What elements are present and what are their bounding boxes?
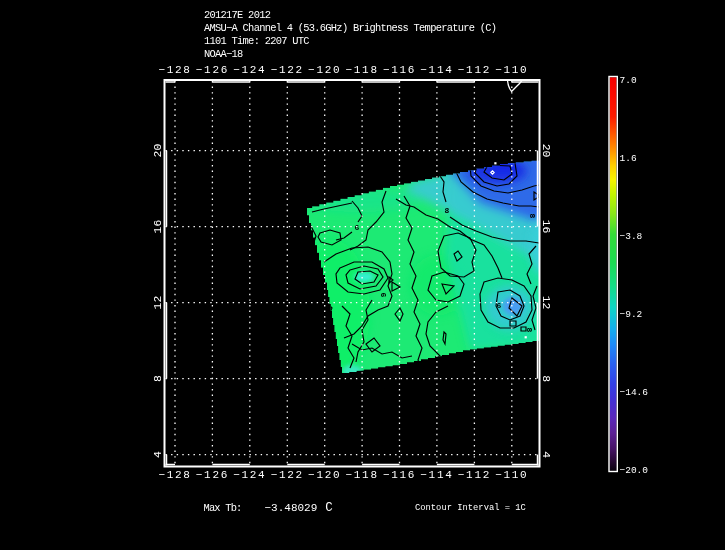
svg-text:8: 8: [152, 375, 164, 382]
svg-text:8: 8: [525, 328, 534, 333]
svg-text:Max Tb:: Max Tb:: [204, 502, 242, 514]
svg-text:−118: −118: [345, 64, 378, 76]
svg-text:−116: −116: [383, 64, 416, 76]
svg-text:16: 16: [152, 220, 164, 234]
svg-text:−110: −110: [495, 469, 528, 481]
svg-text:NOAA−18: NOAA−18: [204, 48, 243, 60]
svg-text:−120: −120: [308, 469, 341, 481]
svg-text:Contour Interval = 1C: Contour Interval = 1C: [415, 503, 526, 513]
svg-text:1101 Time: 2207 UTC: 1101 Time: 2207 UTC: [204, 35, 309, 47]
svg-text:201217E 2012: 201217E 2012: [204, 9, 271, 21]
svg-text:8: 8: [445, 206, 450, 215]
svg-text:−126: −126: [196, 64, 229, 76]
svg-text:−124: −124: [233, 64, 266, 76]
svg-text:−3.8: −3.8: [620, 231, 643, 242]
svg-text:4: 4: [540, 451, 552, 458]
svg-text:−122: −122: [271, 469, 304, 481]
svg-text:8: 8: [528, 214, 537, 219]
svg-text:20: 20: [540, 144, 552, 158]
svg-text:16: 16: [540, 220, 552, 234]
svg-text:C: C: [325, 501, 333, 515]
svg-text:−120: −120: [308, 64, 341, 76]
svg-text:AMSU−A Channel 4 (53.6GHz) Bri: AMSU−A Channel 4 (53.6GHz) Brightness Te…: [204, 22, 496, 34]
svg-text:−112: −112: [458, 64, 491, 76]
svg-text:−122: −122: [271, 64, 304, 76]
svg-text:20: 20: [152, 144, 164, 158]
svg-text:−128: −128: [158, 64, 191, 76]
svg-text:12: 12: [152, 296, 164, 310]
svg-text:−20.0: −20.0: [620, 465, 649, 476]
svg-text:−118: −118: [345, 469, 378, 481]
svg-text:−116: −116: [383, 469, 416, 481]
svg-text:7.0: 7.0: [620, 75, 637, 86]
svg-text:8: 8: [540, 375, 552, 382]
svg-text:−128: −128: [158, 469, 191, 481]
svg-text:−114: −114: [420, 469, 453, 481]
svg-text:−124: −124: [233, 469, 266, 481]
svg-text:−114: −114: [420, 64, 453, 76]
svg-text:12: 12: [540, 296, 552, 310]
svg-text:−126: −126: [196, 469, 229, 481]
svg-text:−110: −110: [495, 64, 528, 76]
svg-text:6: 6: [497, 301, 502, 310]
svg-text:4: 4: [152, 451, 164, 458]
svg-text:−9.2: −9.2: [620, 309, 643, 320]
svg-text:1.6: 1.6: [620, 153, 637, 164]
svg-text:6: 6: [379, 293, 388, 298]
svg-text:−3.48029: −3.48029: [265, 502, 318, 514]
svg-text:−112: −112: [458, 469, 491, 481]
svg-text:6: 6: [355, 223, 360, 232]
svg-text:−14.6: −14.6: [620, 387, 649, 398]
